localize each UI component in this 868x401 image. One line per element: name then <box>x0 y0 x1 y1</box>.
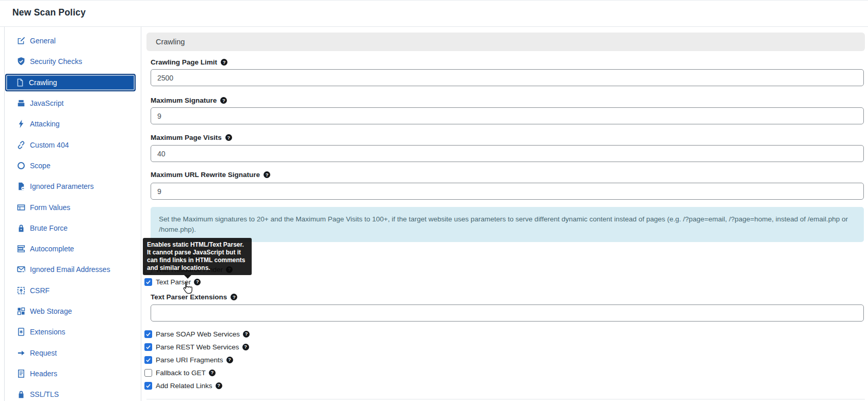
sidebar-item-label: Brute Force <box>30 224 68 232</box>
checkbox-label: Parse SOAP Web Services <box>156 330 240 338</box>
sidebar-item-label: Security Checks <box>30 57 82 66</box>
sidebar-item-brute-force[interactable]: Brute Force <box>5 218 141 238</box>
form-table-icon <box>17 203 25 212</box>
lightning-icon <box>17 120 25 128</box>
mouse-cursor-hand <box>182 281 193 295</box>
new-scan-policy-page: New Scan Policy GeneralSecurity ChecksCr… <box>0 0 868 401</box>
ssl-lock-icon <box>17 390 25 398</box>
field-input-maximum-signature[interactable] <box>151 107 864 124</box>
checkbox-checked[interactable] <box>144 356 152 364</box>
lock-icon <box>17 224 25 232</box>
script-stack-icon <box>17 99 25 107</box>
sidebar-item-label: Ignored Email Addresses <box>30 265 110 274</box>
checkbox-row-add-related-links: Add Related Links? <box>144 381 222 390</box>
help-icon[interactable]: ? <box>221 59 227 66</box>
info-alert: Set the Maximum signatures to 20+ and th… <box>151 207 864 242</box>
sidebar-item-label: General <box>30 37 56 45</box>
sidebar-item-label: Scope <box>30 162 51 170</box>
text-parser-tooltip: Enables static HTML/Text Parser. It cann… <box>143 238 252 275</box>
document-minus-icon <box>17 182 25 190</box>
sidebar-item-label: Attacking <box>30 120 60 128</box>
help-icon[interactable]: ? <box>226 357 233 363</box>
sidebar-item-label: Custom 404 <box>30 141 69 149</box>
checkbox-unchecked[interactable] <box>144 369 152 377</box>
checkbox-checked[interactable] <box>144 330 152 338</box>
section-header: Crawling <box>146 33 865 51</box>
document-lines-icon <box>17 370 25 378</box>
field-input-maximum-url-rewrite-signature[interactable] <box>151 183 864 200</box>
csrf-frame-icon <box>17 286 25 295</box>
scope-circle-icon <box>17 162 25 170</box>
sidebar-item-general[interactable]: General <box>5 30 141 51</box>
sidebar-item-label: JavaScript <box>30 99 63 107</box>
sidebar-item-web-storage[interactable]: Web Storage <box>5 301 141 322</box>
sidebar-item-extensions[interactable]: Extensions <box>5 322 141 342</box>
sidebar-item-ignored-parameters[interactable]: Ignored Parameters <box>5 176 141 197</box>
sidebar-item-attacking[interactable]: Attacking <box>5 114 141 134</box>
text-parser-extensions-input[interactable] <box>151 304 864 322</box>
sidebar-item-request[interactable]: Request <box>5 342 141 363</box>
sidebar-item-label: Autocomplete <box>30 245 74 253</box>
checkbox-row-fallback-to-get: Fallback to GET? <box>144 368 216 377</box>
tooltip-arrow <box>184 275 191 279</box>
text-parser-extensions-label: Text Parser Extensions ? <box>151 293 237 301</box>
field-label-maximum-url-rewrite-signature: Maximum URL Rewrite Signature? <box>151 170 270 179</box>
checkbox-row-parse-rest-web-services: Parse REST Web Services? <box>144 342 249 351</box>
sidebar-item-label: SSL/TLS <box>30 390 59 398</box>
help-icon[interactable]: ? <box>225 134 232 141</box>
sidebar-item-crawling[interactable]: Crawling <box>5 72 141 93</box>
sidebar-item-security-checks[interactable]: Security Checks <box>5 51 141 72</box>
sidebar-item-headers[interactable]: Headers <box>5 363 141 384</box>
field-label-maximum-signature: Maximum Signature? <box>151 96 227 105</box>
sidebar-item-label: Crawling <box>29 78 57 87</box>
list-rows-icon <box>17 245 25 253</box>
help-icon[interactable]: ? <box>216 382 222 389</box>
edit-icon <box>17 37 25 45</box>
checkbox-row-parse-soap-web-services: Parse SOAP Web Services? <box>144 329 250 339</box>
checkbox-label: Parse REST Web Services <box>156 343 239 351</box>
sidebar-item-ignored-email-addresses[interactable]: Ignored Email Addresses <box>5 259 141 280</box>
checkbox-checked[interactable] <box>144 382 152 390</box>
sidebar-item-label: Ignored Parameters <box>30 182 94 190</box>
sidebar-item-scope[interactable]: Scope <box>5 155 141 176</box>
scan-policy-sidebar: GeneralSecurity ChecksCrawlingJavaScript… <box>4 27 141 401</box>
checkbox-label: Parse URI Fragments <box>156 356 223 364</box>
help-icon[interactable]: ? <box>242 344 249 350</box>
arrow-right-icon <box>17 349 25 357</box>
field-input-crawling-page-limit[interactable] <box>151 69 864 86</box>
field-input-maximum-page-visits[interactable] <box>151 145 864 162</box>
sidebar-item-label: Web Storage <box>30 307 72 315</box>
sidebar-item-autocomplete[interactable]: Autocomplete <box>5 238 141 259</box>
checkbox-checked[interactable] <box>144 343 152 351</box>
sidebar-item-label: Request <box>30 349 57 357</box>
broken-link-icon <box>17 141 25 149</box>
sidebar-item-form-values[interactable]: Form Values <box>5 197 141 217</box>
sidebar-item-ssl-tls[interactable]: SSL/TLS <box>5 384 141 401</box>
checkbox-checked[interactable] <box>144 278 152 286</box>
help-icon[interactable]: ? <box>231 294 237 300</box>
field-label-crawling-page-limit: Crawling Page Limit? <box>151 58 227 67</box>
help-icon[interactable]: ? <box>264 171 270 178</box>
mail-minus-icon <box>17 265 25 274</box>
file-asterisk-icon <box>17 328 25 336</box>
storage-boxes-icon <box>17 307 25 315</box>
sidebar-item-label: Extensions <box>30 328 65 336</box>
sidebar-item-javascript[interactable]: JavaScript <box>5 93 141 114</box>
sidebar-item-csrf[interactable]: CSRF <box>5 280 141 301</box>
sidebar-item-custom-404[interactable]: Custom 404 <box>5 134 141 155</box>
field-label-maximum-page-visits: Maximum Page Visits? <box>151 133 232 142</box>
checkbox-row-parse-uri-fragments: Parse URI Fragments? <box>144 355 233 364</box>
checkbox-label: Fallback to GET <box>156 369 206 377</box>
help-icon[interactable]: ? <box>220 97 227 104</box>
section-header-label: Crawling <box>156 38 185 46</box>
sidebar-item-label: CSRF <box>30 286 50 295</box>
sidebar-item-label: Headers <box>30 370 57 378</box>
help-icon[interactable]: ? <box>243 331 250 338</box>
crawling-settings-panel: Crawling Crawling Page Limit?Maximum Sig… <box>146 1 865 401</box>
page-icon <box>16 78 24 87</box>
shield-check-icon <box>17 57 25 66</box>
section-bottom-divider <box>146 399 865 399</box>
checkbox-label: Add Related Links <box>156 382 212 390</box>
help-icon[interactable]: ? <box>194 279 201 285</box>
help-icon[interactable]: ? <box>209 370 216 376</box>
